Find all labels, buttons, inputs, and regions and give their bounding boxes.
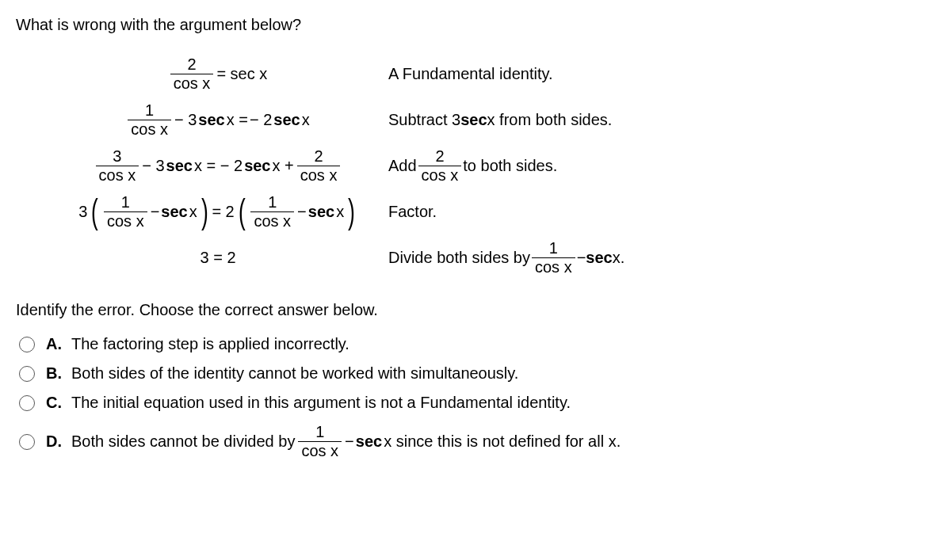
option-d-pre: Both sides cannot be divided by (71, 432, 295, 451)
step4-eq: = 2 (212, 203, 234, 221)
step3-reason-num: 2 (432, 147, 447, 166)
step2-x: x = (227, 111, 248, 129)
step2-a-den: cos x (128, 120, 171, 139)
step4-b-den: cos x (250, 211, 294, 230)
step2-reason-bold: sec (460, 111, 487, 129)
step4-b-num: 1 (265, 193, 280, 211)
question-text: What is wrong with the argument below? (16, 16, 935, 34)
option-a-letter: A. (46, 335, 63, 353)
step-5: 3 = 2 Divide both sides by 1 cos x − sec… (48, 238, 935, 277)
step3-reason-den: cos x (418, 166, 462, 185)
step-3: 3 cos x − 3 sec x = − 2 sec x + 2 cos x … (48, 146, 935, 185)
step3-sec2: sec (244, 157, 270, 175)
step-2: 1 cos x − 3 sec x = − 2 sec x Subtract 3… (48, 100, 935, 139)
option-d-post: x since this is not defined for all x. (384, 432, 621, 451)
step2-rhs: − 2 (250, 111, 272, 129)
option-c-letter: C. (46, 394, 63, 412)
argument-steps: 2 cos x = sec x A Fundamental identity. … (48, 54, 935, 277)
option-d-letter: D. (46, 432, 63, 451)
step4-mid2: − (297, 203, 307, 221)
step3-mid: − 3 (142, 157, 164, 175)
step2-sec2: sec (273, 111, 300, 129)
option-a-text: The factoring step is applied incorrectl… (71, 335, 349, 353)
option-d[interactable]: D. Both sides cannot be divided by 1 cos… (19, 423, 935, 460)
option-b[interactable]: B. Both sides of the identity cannot be … (19, 364, 935, 383)
radio-c[interactable] (19, 395, 35, 411)
option-a[interactable]: A. The factoring step is applied incorre… (19, 335, 935, 353)
option-d-num: 1 (312, 423, 327, 441)
step3-reason-post: to both sides. (463, 157, 557, 175)
step2-reason-pre: Subtract 3 (388, 111, 460, 129)
option-b-letter: B. (46, 364, 63, 383)
step3-x2: x + (273, 157, 294, 175)
step2-sec: sec (198, 111, 224, 129)
step5-reason-mid: − (577, 249, 586, 267)
step-1: 2 cos x = sec x A Fundamental identity. (48, 54, 935, 93)
step1-lhs-den: cos x (170, 74, 214, 93)
option-d-bold: sec (356, 432, 382, 451)
step1-eq: = sec x (216, 65, 267, 83)
step3-a-num: 3 (109, 147, 124, 166)
option-d-mid: − (345, 432, 354, 451)
step4-a-den: cos x (104, 211, 147, 230)
step4-x2: x (336, 203, 344, 221)
step5-reason-den: cos x (532, 257, 575, 276)
step1-reason: A Fundamental identity. (388, 65, 935, 83)
step3-b-den: cos x (297, 166, 341, 185)
radio-a[interactable] (19, 337, 35, 352)
step2-x2: x (302, 111, 310, 129)
step4-reason: Factor. (388, 203, 935, 221)
radio-d[interactable] (19, 434, 35, 450)
radio-b[interactable] (19, 366, 35, 382)
step5-reason-post: x. (613, 249, 625, 267)
step4-mid1: − (151, 203, 160, 221)
step4-sec: sec (161, 203, 187, 221)
option-c-text: The initial equation used in this argume… (71, 394, 571, 412)
identify-text: Identify the error. Choose the correct a… (16, 301, 935, 319)
step4-sec2: sec (308, 203, 334, 221)
step3-sec: sec (166, 157, 193, 175)
step3-b-num: 2 (311, 147, 327, 166)
step3-reason-pre: Add (388, 157, 417, 175)
step3-x: x = − 2 (194, 157, 243, 175)
step5-reason-pre: Divide both sides by (388, 249, 530, 267)
step2-reason-post: x from both sides. (487, 111, 613, 129)
step2-mid: − 3 (174, 111, 197, 129)
step3-a-den: cos x (96, 166, 139, 185)
option-d-den: cos x (298, 441, 342, 460)
step4-a-num: 1 (118, 193, 133, 211)
step5-reason-bold: sec (586, 249, 612, 267)
step5-eq: 3 = 2 (200, 249, 235, 267)
step-4: 3 ( 1 cos x − sec x ) = 2 ( 1 cos x − se… (48, 192, 935, 231)
option-b-text: Both sides of the identity cannot be wor… (71, 364, 518, 383)
step4-x: x (189, 203, 197, 221)
step1-lhs-num: 2 (184, 55, 199, 74)
step2-a-num: 1 (142, 101, 157, 120)
step5-reason-num: 1 (546, 239, 561, 257)
option-c[interactable]: C. The initial equation used in this arg… (19, 394, 935, 412)
step4-lead: 3 (78, 203, 87, 221)
